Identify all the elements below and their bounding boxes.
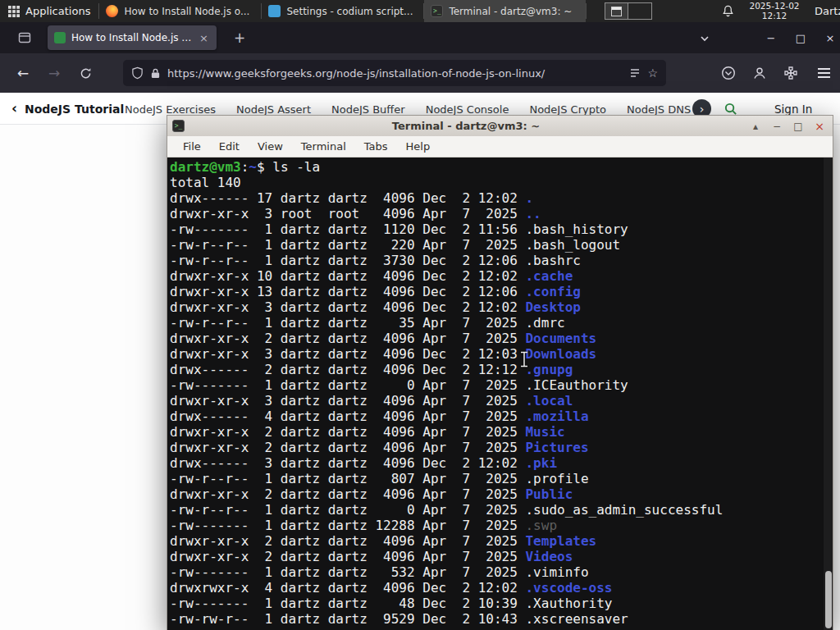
site-nav-links: NodeJS Exercises NodeJS Assert NodeJS Bu… [125,103,691,116]
nav-nodejs-crypto[interactable]: NodeJS Crypto [529,103,606,116]
terminal-close-button[interactable]: × [811,120,828,133]
terminal-line: drwxr-xr-x 2 dartz dartz 4096 Apr 7 2025… [170,533,833,549]
terminal-line: drwxrwxr-x 4 dartz dartz 4096 Dec 2 12:0… [170,580,833,596]
terminal-line: -rw------- 1 dartz dartz 532 Apr 7 2025 … [170,564,833,580]
reload-button[interactable] [72,60,98,86]
clock-time: 12:12 [743,11,806,21]
browser-toolbar: ← → https://www.geeksforgeeks.org/node-j… [0,53,840,93]
terminal-title: Terminal - dartz@vm3: ~ [189,120,742,132]
forward-button[interactable]: → [41,60,67,86]
menu-terminal[interactable]: Terminal [292,140,355,153]
url-bar[interactable]: https://www.geeksforgeeks.org/node-js/in… [123,60,666,86]
nav-nodejs-assert[interactable]: NodeJS Assert [236,103,311,116]
terminal-line: -rw-r--r-- 1 dartz dartz 35 Apr 7 2025 .… [170,315,833,331]
window-close-button[interactable]: × [820,29,840,47]
url-text[interactable]: https://www.geeksforgeeks.org/node-js/in… [167,67,623,80]
nav-nodejs-buffer[interactable]: NodeJS Buffer [331,103,405,116]
terminal-line: drwxr-xr-x 2 dartz dartz 4096 Apr 7 2025… [170,440,833,455]
terminal-line: drwxr-xr-x 3 dartz dartz 4096 Dec 2 12:0… [170,299,833,315]
new-tab-button[interactable]: + [230,28,249,48]
nav-nodejs-exercises[interactable]: NodeJS Exercises [125,103,216,116]
menu-file[interactable]: File [174,140,210,153]
terminal-line: -rw------- 1 dartz dartz 0 Apr 7 2025 .I… [170,377,833,393]
text-cursor [519,351,529,371]
lock-icon[interactable] [150,67,161,80]
hamburger-icon [818,68,830,77]
terminal-line: drwx------ 2 dartz dartz 4096 Dec 2 12:1… [170,362,833,377]
taskbar-button-codium[interactable]: Settings - codium script... [262,0,423,22]
pocket-icon [721,66,736,80]
tab-close-button[interactable]: × [198,32,210,44]
back-button[interactable]: ← [10,60,36,86]
terminal-line: drwxr-xr-x 3 dartz dartz 4096 Dec 2 12:0… [170,346,833,362]
terminal-line: -rw------- 1 dartz dartz 48 Dec 2 10:39 … [170,596,833,611]
terminal-line: -rw-r--r-- 1 dartz dartz 0 Apr 7 2025 .s… [170,502,833,518]
workspace-2[interactable] [628,3,651,19]
reader-view-icon[interactable] [629,67,641,79]
firefox-icon [106,5,118,17]
browser-tab[interactable]: How to Install Node.js on... × [48,25,217,50]
terminal-window: >_ Terminal - dartz@vm3: ~ ▴ − □ × File … [167,115,833,630]
nav-nodejs-console[interactable]: NodeJS Console [426,103,509,116]
account-icon [752,66,767,80]
panel-separator [586,3,587,19]
terminal-line: drwxr-xr-x 3 root root 4096 Apr 7 2025 .… [170,206,833,221]
terminal-line: -rw-r--r-- 1 dartz dartz 807 Apr 7 2025 … [170,471,833,486]
terminal-shade-button[interactable]: ▴ [747,121,764,132]
terminal-scrollbar-thumb[interactable] [825,571,832,628]
search-icon [724,102,737,116]
taskbar-button-firefox[interactable]: How to Install Node.js o... [99,0,261,22]
chevron-down-icon [699,33,710,44]
menu-tabs[interactable]: Tabs [355,140,397,153]
user-menu[interactable]: Dartz [815,5,840,17]
reload-icon [80,67,92,80]
bookmark-star-icon[interactable]: ☆ [647,66,658,80]
terminal-line: drwxr-xr-x 3 dartz dartz 4096 Apr 7 2025… [170,393,833,409]
terminal-line: -rw-rw-r-- 1 dartz dartz 9529 Dec 2 10:4… [170,611,833,627]
account-button[interactable] [746,60,773,86]
shield-icon[interactable] [131,66,144,80]
terminal-maximize-button[interactable]: □ [790,121,806,132]
applications-grid-icon [8,6,20,17]
browser-tab-bar: How to Install Node.js on... × + − □ × [0,22,840,53]
terminal-minimize-button[interactable]: − [769,121,785,132]
desktop-panel: Applications How to Install Node.js o...… [0,0,840,22]
window-maximize-button[interactable]: □ [791,29,810,47]
workspace-switcher[interactable] [605,2,652,20]
chevron-left-icon[interactable]: ‹ [11,100,17,116]
pocket-button[interactable] [715,60,742,86]
applications-menu-button[interactable]: Applications [0,0,98,22]
workspace-window-thumbnail [611,7,622,16]
menu-view[interactable]: View [249,140,292,153]
terminal-line: drwxr-xr-x 2 dartz dartz 4096 Apr 7 2025… [170,424,833,440]
menu-edit[interactable]: Edit [210,140,249,153]
menu-button[interactable] [810,60,837,86]
terminal-menubar: File Edit View Terminal Tabs Help [167,136,833,158]
terminal-icon: >_ [431,5,443,17]
firefox-view-button[interactable] [18,31,31,48]
menu-help[interactable]: Help [397,140,440,153]
terminal-viewport[interactable]: dartz@vm3:~$ ls -latotal 140drwx------ 1… [167,158,833,630]
notifications-button[interactable] [722,4,734,21]
terminal-window-icon: >_ [172,120,185,132]
site-favicon [54,32,66,43]
list-all-tabs-button[interactable] [699,32,710,48]
window-minimize-button[interactable]: − [761,29,781,47]
terminal-scrollbar[interactable] [824,158,833,630]
terminal-line: drwx------ 3 dartz dartz 4096 Dec 2 12:0… [170,455,833,471]
terminal-line: drwx------ 17 dartz dartz 4096 Dec 2 12:… [170,190,833,206]
terminal-titlebar[interactable]: >_ Terminal - dartz@vm3: ~ ▴ − □ × [167,116,833,136]
extensions-button[interactable] [778,60,804,86]
terminal-line: drwxr-xr-x 2 dartz dartz 4096 Apr 7 2025… [170,549,833,564]
terminal-line: drwxr-xr-x 2 dartz dartz 4096 Apr 7 2025… [170,486,833,502]
panel-clock[interactable]: 2025-12-02 12:12 [743,2,806,21]
workspace-1[interactable] [605,3,628,19]
terminal-line: -rw------- 1 dartz dartz 1120 Dec 2 11:5… [170,221,833,237]
applications-label: Applications [25,5,90,17]
nav-current-tutorial[interactable]: NodeJS Tutorial [25,103,124,116]
codium-icon [268,5,281,17]
sign-in-button[interactable]: Sign In [774,103,812,116]
taskbar-button-terminal[interactable]: >_ Terminal - dartz@vm3: ~ [424,0,586,22]
tab-title: How to Install Node.js on... [71,32,192,43]
nav-nodejs-dns[interactable]: NodeJS DNS [627,103,691,116]
